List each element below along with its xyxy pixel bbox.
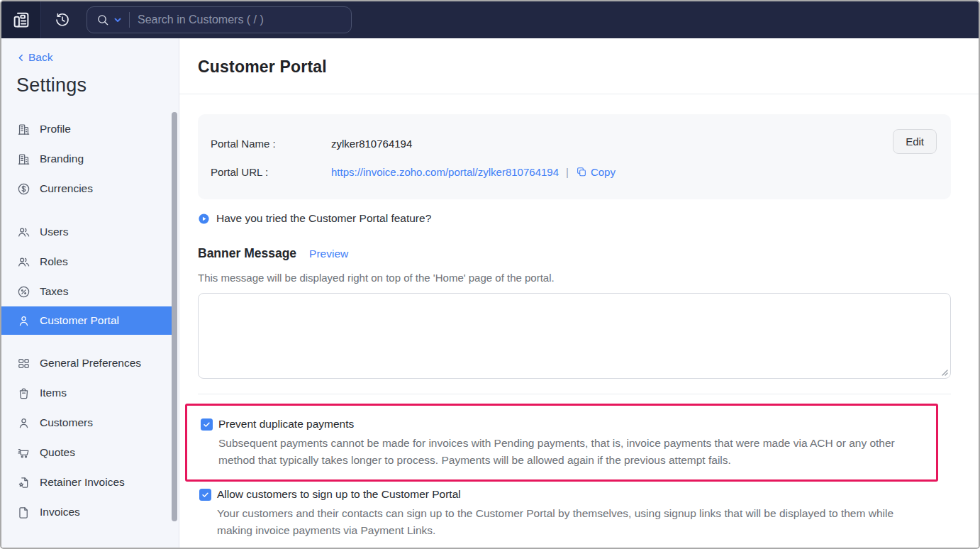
sidebar-item-quotes[interactable]: Quotes <box>1 438 172 467</box>
signup-option-block: Allow customers to sign up to the Custom… <box>199 488 951 539</box>
sidebar-item-label: Roles <box>40 255 68 268</box>
sidebar-item-label: Quotes <box>40 446 75 459</box>
option-description: Subsequent payments cannot be made for i… <box>218 435 920 469</box>
document-icon <box>17 506 30 519</box>
edit-button[interactable]: Edit <box>893 129 937 154</box>
check-icon <box>203 421 211 428</box>
option-label[interactable]: Prevent duplicate payments <box>218 418 354 431</box>
grid-icon <box>17 357 30 370</box>
feature-question-link[interactable]: Have you tried the Customer Portal featu… <box>198 212 951 225</box>
copy-url-button[interactable]: Copy <box>576 166 616 178</box>
bag-icon <box>17 387 30 400</box>
prevent-duplicate-payments-checkbox[interactable] <box>201 418 213 431</box>
portal-name-value: zylker810764194 <box>331 138 412 150</box>
back-label: Back <box>28 51 52 64</box>
option-description: Your customers and their contacts can si… <box>217 505 919 539</box>
app-window: Back Settings Profile Branding Currencie… <box>0 0 980 549</box>
sidebar-item-customers[interactable]: Customers <box>1 408 172 438</box>
separator: | <box>566 166 569 178</box>
portal-url-row: Portal URL : https://invoice.zoho.com/po… <box>211 164 935 179</box>
users-icon <box>17 226 30 239</box>
sidebar-item-label: Retainer Invoices <box>40 476 125 489</box>
banner-message-textarea[interactable] <box>198 293 951 379</box>
sidebar-title: Settings <box>16 74 179 96</box>
recent-history-button[interactable] <box>50 8 74 32</box>
allow-signup-checkbox[interactable] <box>199 489 211 501</box>
portal-options: Prevent duplicate payments Subsequent pa… <box>198 404 951 539</box>
sidebar-scrollbar[interactable] <box>172 112 177 521</box>
person-icon <box>17 416 30 430</box>
sidebar-item-label: Users <box>40 226 68 238</box>
section-divider <box>198 394 951 394</box>
invoice-logo-icon <box>11 9 32 30</box>
sidebar-item-invoices[interactable]: Invoices <box>1 497 172 527</box>
settings-sidebar: Back Settings Profile Branding Currencie… <box>1 38 179 548</box>
sidebar-item-users[interactable]: Users <box>1 217 172 247</box>
page-title: Customer Portal <box>198 57 951 77</box>
back-link[interactable]: Back <box>16 51 179 64</box>
sidebar-menu: Profile Branding Currencies Users Roles <box>1 114 179 527</box>
banner-message-field-wrap <box>198 293 951 379</box>
title-divider <box>179 94 979 94</box>
sidebar-item-items[interactable]: Items <box>1 378 172 408</box>
sidebar-item-label: Currencies <box>40 182 93 195</box>
percent-circle-icon <box>17 285 30 299</box>
banner-message-description: This message will be displayed right on … <box>198 272 951 284</box>
check-icon <box>201 491 209 499</box>
banner-message-title: Banner Message <box>198 246 296 261</box>
sidebar-item-branding[interactable]: Branding <box>1 144 172 174</box>
copy-icon <box>576 166 587 177</box>
sidebar-item-customer-portal[interactable]: Customer Portal <box>1 306 172 335</box>
sidebar-item-profile[interactable]: Profile <box>1 114 172 144</box>
search-input[interactable] <box>138 13 344 26</box>
sidebar-item-taxes[interactable]: Taxes <box>1 277 172 306</box>
users-icon <box>17 255 30 269</box>
app-logo-button[interactable] <box>1 1 41 38</box>
banner-message-header: Banner Message Preview <box>198 246 951 261</box>
sidebar-item-label: Invoices <box>40 506 80 518</box>
option-label[interactable]: Allow customers to sign up to the Custom… <box>217 488 461 501</box>
search-divider <box>129 12 130 28</box>
portal-url-label: Portal URL : <box>211 166 331 178</box>
sidebar-item-currencies[interactable]: Currencies <box>1 174 172 204</box>
document-star-icon <box>17 476 30 489</box>
sidebar-item-general-preferences[interactable]: General Preferences <box>1 348 172 378</box>
person-icon <box>17 314 30 328</box>
history-clock-icon <box>54 11 71 28</box>
cart-icon <box>17 446 30 460</box>
dollar-circle-icon <box>17 182 30 196</box>
highlight-annotation-box: Prevent duplicate payments Subsequent pa… <box>185 404 938 482</box>
sidebar-item-label: Taxes <box>40 285 69 298</box>
sidebar-item-label: Profile <box>40 123 71 135</box>
portal-url-link[interactable]: https://invoice.zoho.com/portal/zylker81… <box>331 166 559 178</box>
copy-label: Copy <box>591 166 616 178</box>
sidebar-item-roles[interactable]: Roles <box>1 247 172 277</box>
sidebar-item-label: General Preferences <box>40 357 141 370</box>
search-icon <box>96 13 110 27</box>
top-navbar <box>1 1 979 38</box>
portal-name-label: Portal Name : <box>211 138 331 150</box>
play-circle-icon <box>198 213 210 225</box>
preview-link[interactable]: Preview <box>309 248 348 260</box>
sidebar-item-retainer-invoices[interactable]: Retainer Invoices <box>1 467 172 497</box>
building-icon <box>17 123 30 136</box>
search-scope-chevron-down-icon[interactable] <box>110 15 123 25</box>
portal-name-row: Portal Name : zylker810764194 <box>211 135 935 151</box>
sidebar-item-label: Branding <box>40 152 84 165</box>
global-search-bar[interactable] <box>87 6 352 33</box>
portal-info-panel: Portal Name : zylker810764194 Portal URL… <box>198 114 951 199</box>
building-icon <box>17 152 30 166</box>
sidebar-item-label: Customers <box>40 416 93 429</box>
chevron-left-icon <box>16 53 26 62</box>
feature-question-text: Have you tried the Customer Portal featu… <box>216 212 431 225</box>
sidebar-item-label: Customer Portal <box>40 314 119 327</box>
sidebar-item-label: Items <box>40 387 67 399</box>
main-content: Customer Portal Portal Name : zylker8107… <box>179 38 979 548</box>
